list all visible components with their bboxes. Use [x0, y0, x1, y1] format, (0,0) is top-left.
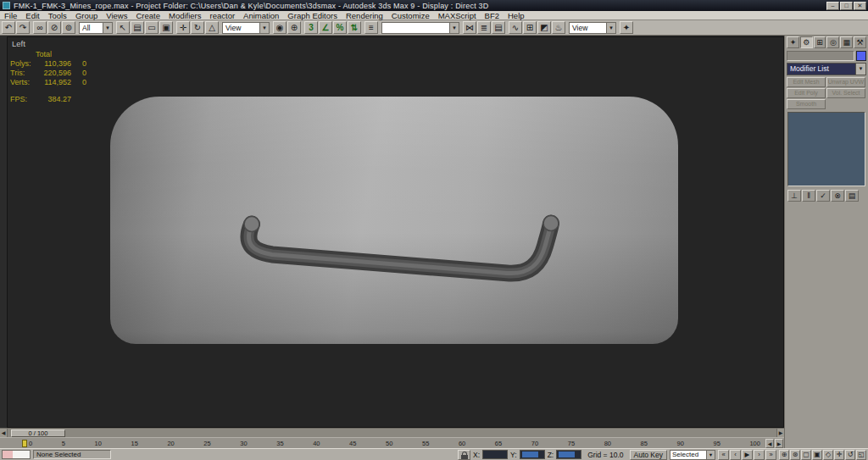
- track-bar-scroll-left-icon[interactable]: ◀: [765, 439, 774, 448]
- angle-snap-icon[interactable]: ∠: [319, 21, 332, 34]
- tab-create[interactable]: ✦: [787, 36, 799, 48]
- time-slider-handle[interactable]: 0 / 100: [11, 430, 65, 437]
- selection-filter-combo[interactable]: All ▼: [79, 22, 113, 34]
- tab-motion[interactable]: ◎: [826, 36, 839, 48]
- next-frame-icon[interactable]: ›: [754, 450, 765, 460]
- go-to-end-icon[interactable]: »: [765, 450, 776, 460]
- maximize-viewport-toggle-icon[interactable]: ◱: [856, 450, 866, 460]
- x-coord-field[interactable]: [482, 450, 508, 459]
- menu-item[interactable]: Customize: [387, 11, 434, 20]
- configure-modifier-sets-icon[interactable]: ▤: [845, 190, 859, 202]
- go-to-start-icon[interactable]: «: [718, 450, 729, 460]
- edit-named-selection-sets-icon[interactable]: ≡: [364, 21, 378, 34]
- menu-item[interactable]: BF2: [481, 11, 504, 20]
- track-bar[interactable]: 0510152025303540455055606570758085909510…: [0, 437, 784, 448]
- undo-icon[interactable]: ↶: [2, 21, 15, 34]
- menu-item[interactable]: Group: [71, 11, 102, 20]
- reference-coordinate-system-combo[interactable]: View ▼: [222, 22, 270, 34]
- z-coord-field[interactable]: [556, 450, 581, 459]
- select-and-manipulate-icon[interactable]: ⊕: [287, 21, 301, 34]
- key-selection-combo[interactable]: Selected ▼: [670, 450, 715, 460]
- menu-item[interactable]: Modifiers: [164, 11, 206, 20]
- maximize-button[interactable]: □: [840, 2, 853, 10]
- modifier-button[interactable]: Unwrap UVW: [826, 77, 865, 87]
- layer-manager-icon[interactable]: ▤: [492, 21, 505, 34]
- menu-item[interactable]: Views: [102, 11, 131, 20]
- field-of-view-icon[interactable]: ◇: [823, 450, 833, 460]
- arc-rotate-icon[interactable]: ↺: [845, 450, 855, 460]
- modifier-button[interactable]: Edit Poly: [787, 88, 826, 98]
- quick-render-icon[interactable]: ✦: [620, 21, 633, 34]
- zoom-icon[interactable]: ⊕: [779, 450, 789, 460]
- tab-utilities[interactable]: ⚒: [854, 36, 866, 48]
- modifier-button[interactable]: Smooth: [787, 99, 826, 109]
- menu-item[interactable]: reactor: [206, 11, 240, 20]
- time-slider-next-icon[interactable]: ▶: [776, 429, 784, 438]
- modifier-button[interactable]: Edit Mesh: [787, 77, 826, 87]
- show-end-result-icon[interactable]: ‖: [802, 190, 815, 202]
- named-selection-sets-combo[interactable]: ▼: [381, 22, 459, 34]
- mirror-icon[interactable]: ⋈: [463, 21, 476, 34]
- mini-listener-macro-pane[interactable]: [3, 451, 13, 458]
- selection-lock-icon[interactable]: [458, 450, 470, 460]
- select-and-link-icon[interactable]: ∞: [33, 21, 47, 34]
- menu-item[interactable]: Rendering: [342, 11, 387, 20]
- snap-toggle-3d-icon[interactable]: 3: [304, 21, 318, 34]
- modifier-stack-window[interactable]: [787, 112, 865, 186]
- schematic-view-icon[interactable]: ⊞: [523, 21, 537, 34]
- bind-to-space-warp-icon[interactable]: ⊚: [62, 21, 75, 34]
- select-and-move-icon[interactable]: ✛: [176, 21, 190, 34]
- time-slider-prev-icon[interactable]: ◀: [0, 429, 8, 438]
- remove-modifier-icon[interactable]: ⊗: [831, 190, 844, 202]
- viewport-label[interactable]: Left: [12, 39, 25, 48]
- modifier-list-combo[interactable]: Modifier List ▼: [787, 63, 866, 75]
- window-crossing-icon[interactable]: ▣: [159, 21, 173, 34]
- zoom-extents-all-icon[interactable]: ▣: [812, 450, 822, 460]
- track-bar-scroll-right-icon[interactable]: ▶: [775, 439, 783, 448]
- rectangular-selection-region-icon[interactable]: ▭: [145, 21, 159, 34]
- mini-listener-script-pane[interactable]: [13, 451, 30, 458]
- menu-item[interactable]: Tools: [44, 11, 71, 20]
- modifier-button[interactable]: Vol. Select: [826, 88, 865, 98]
- menu-item[interactable]: Help: [504, 11, 529, 20]
- unlink-selection-icon[interactable]: ⊘: [47, 21, 61, 34]
- tab-hierarchy[interactable]: ⊞: [814, 36, 826, 48]
- pin-stack-icon[interactable]: ⊥: [787, 190, 801, 202]
- curve-editor-icon[interactable]: ∿: [509, 21, 522, 34]
- select-and-rotate-icon[interactable]: ↻: [191, 21, 204, 34]
- material-editor-icon[interactable]: ◩: [537, 21, 551, 34]
- make-unique-icon[interactable]: ✓: [816, 190, 830, 202]
- render-type-combo[interactable]: View ▼: [569, 22, 616, 34]
- close-button[interactable]: ✕: [854, 2, 866, 10]
- spinner-snap-icon[interactable]: ⇅: [348, 21, 361, 34]
- tab-modify[interactable]: ⚙: [800, 36, 813, 48]
- maxscript-mini-listener[interactable]: [2, 450, 31, 459]
- zoom-extents-icon[interactable]: ▢: [801, 450, 811, 460]
- select-object-icon[interactable]: ↖: [116, 21, 130, 34]
- select-and-scale-icon[interactable]: △: [205, 21, 219, 34]
- pan-icon[interactable]: ✛: [834, 450, 844, 460]
- use-pivot-point-center-icon[interactable]: ◉: [273, 21, 287, 34]
- select-by-name-icon[interactable]: ▤: [131, 21, 144, 34]
- object-color-swatch[interactable]: [856, 51, 866, 61]
- model-mine-case[interactable]: [8, 37, 783, 427]
- menu-item[interactable]: File: [0, 11, 21, 20]
- tab-display[interactable]: ▦: [840, 36, 853, 48]
- menu-item[interactable]: Edit: [21, 11, 43, 20]
- y-coord-field[interactable]: [520, 450, 545, 459]
- render-scene-icon[interactable]: ♨: [552, 21, 565, 34]
- menu-item[interactable]: Graph Editors: [283, 11, 342, 20]
- auto-key-button[interactable]: Auto Key: [630, 450, 668, 460]
- previous-frame-icon[interactable]: ‹: [730, 450, 741, 460]
- menu-item[interactable]: MAXScript: [434, 11, 481, 20]
- redo-icon[interactable]: ↷: [16, 21, 30, 34]
- play-icon[interactable]: ▶: [742, 450, 753, 460]
- menu-item[interactable]: Animation: [239, 11, 283, 20]
- object-name-field[interactable]: [787, 51, 854, 61]
- minimize-button[interactable]: –: [826, 2, 839, 10]
- percent-snap-icon[interactable]: %: [333, 21, 347, 34]
- menu-item[interactable]: Create: [131, 11, 164, 20]
- align-icon[interactable]: ≣: [477, 21, 491, 34]
- track-bar-key-marker[interactable]: [22, 440, 27, 447]
- zoom-all-icon[interactable]: ⊛: [790, 450, 800, 460]
